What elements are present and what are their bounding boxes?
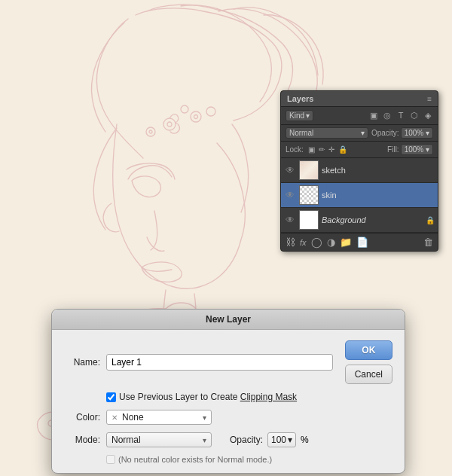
kind-dropdown[interactable]: Kind ▾ [286, 110, 313, 121]
svg-point-1 [167, 122, 172, 127]
neutral-color-label: (No neutral color exists for Normal mode… [118, 455, 272, 464]
mode-label: Mode: [64, 435, 100, 445]
smart-filter-icon[interactable]: ◈ [423, 111, 433, 121]
color-row: Color: ✕ None ▾ [64, 410, 392, 425]
fx-icon[interactable]: fx [300, 238, 307, 247]
color-value: None [122, 412, 144, 423]
color-dropdown-arrow: ▾ [203, 413, 206, 422]
layers-panel-title: Layers [287, 94, 313, 103]
link-layers-icon[interactable]: ⛓ [286, 236, 295, 248]
fill-dropdown[interactable]: 100% ▾ [401, 144, 433, 155]
ok-button[interactable]: OK [345, 340, 392, 360]
svg-point-6 [181, 105, 188, 113]
layer-name-skin: skin [322, 191, 435, 200]
opacity-arrow: ▾ [426, 129, 429, 137]
layer-item-sketch[interactable]: 👁 sketch [281, 158, 438, 183]
color-x-icon: ✕ [111, 413, 118, 422]
dialog-body: Name: OK Cancel Use Previous Layer to Cr… [52, 330, 405, 473]
color-dropdown[interactable]: ✕ None ▾ [106, 410, 212, 425]
filter-icons: ▣ ◎ T ⬡ ◈ [368, 111, 433, 121]
visibility-icon-sketch[interactable]: 👁 [284, 165, 296, 175]
opacity-dialog-section: Opacity: 100 ▾ % [230, 432, 309, 447]
lock-label: Lock: [286, 145, 304, 154]
lock-all-icon[interactable]: 🔒 [338, 145, 347, 154]
clipping-mask-row: Use Previous Layer to Create Clipping Ma… [106, 392, 392, 402]
clipping-mask-checkbox[interactable] [106, 392, 116, 402]
svg-point-5 [149, 130, 152, 133]
lock-pixels-icon[interactable]: ✏ [319, 145, 325, 154]
layer-thumb-background [299, 210, 319, 230]
opacity-dialog-value: 100 [271, 435, 286, 445]
cancel-button[interactable]: Cancel [345, 365, 392, 384]
layers-panel-menu-icon[interactable]: ≡ [427, 95, 432, 103]
svg-point-3 [194, 115, 198, 119]
adjustment-icon[interactable]: ◑ [327, 236, 335, 248]
dialog-buttons: OK Cancel [345, 340, 392, 384]
neutral-color-note: (No neutral color exists for Normal mode… [106, 455, 392, 464]
shape-filter-icon[interactable]: ⬡ [409, 111, 420, 121]
fill-section: Fill: 100% ▾ [387, 144, 433, 155]
checkbox-text-prefix: Use Previous Layer to Create [119, 392, 240, 402]
svg-point-0 [163, 118, 176, 130]
type-filter-icon[interactable]: T [396, 111, 406, 121]
kind-label: Kind [289, 111, 304, 120]
adjustment-filter-icon[interactable]: ◎ [382, 111, 392, 121]
lock-move-icon[interactable]: ✛ [328, 145, 334, 154]
blend-mode-dropdown[interactable]: Normal ▾ [286, 127, 368, 139]
name-row: Name: OK Cancel [64, 340, 392, 384]
lock-icons: ▣ ✏ ✛ 🔒 [308, 145, 347, 154]
opacity-label: Opacity: [371, 129, 399, 137]
layers-bottom-bar: ⛓ fx ◯ ◑ 📁 📄 🗑 [281, 233, 438, 251]
clipping-mask-label: Use Previous Layer to Create Clipping Ma… [119, 392, 297, 402]
name-input[interactable] [106, 354, 333, 371]
mode-dropdown[interactable]: Normal ▾ [106, 432, 212, 447]
layer-item-skin[interactable]: 👁 skin [281, 183, 438, 208]
blend-mode-row: Normal ▾ Opacity: 100% ▾ [281, 125, 438, 142]
new-group-icon[interactable]: 📁 [340, 236, 352, 248]
opacity-value: 100% [405, 129, 424, 137]
layers-toolbar: Kind ▾ ▣ ◎ T ⬡ ◈ [281, 107, 438, 125]
lock-transparent-icon[interactable]: ▣ [308, 145, 315, 154]
opacity-dialog-label: Opacity: [230, 435, 263, 445]
layer-thumb-skin [299, 185, 319, 205]
color-label: Color: [64, 412, 100, 423]
svg-point-4 [146, 127, 155, 136]
opacity-dialog-percent: % [301, 435, 309, 445]
lock-row: Lock: ▣ ✏ ✛ 🔒 Fill: 100% ▾ [281, 142, 438, 158]
new-layer-dialog: New Layer Name: OK Cancel Use Previous L… [51, 309, 405, 474]
visibility-icon-background[interactable]: 👁 [284, 215, 296, 225]
neutral-color-checkbox[interactable] [106, 455, 115, 464]
opacity-section: Opacity: 100% ▾ [371, 127, 433, 139]
layers-panel-header: Layers ≡ [281, 91, 438, 107]
kind-dropdown-arrow: ▾ [306, 111, 310, 120]
delete-layer-icon[interactable]: 🗑 [423, 236, 433, 248]
fill-label: Fill: [387, 145, 399, 154]
svg-point-2 [191, 111, 201, 122]
svg-point-7 [206, 107, 215, 116]
pixel-filter-icon[interactable]: ▣ [368, 111, 379, 121]
opacity-dropdown[interactable]: 100% ▾ [401, 127, 433, 139]
clip-text: Clipping Mask [240, 392, 297, 402]
layer-item-background[interactable]: 👁 Background 🔒 [281, 208, 438, 233]
name-label: Name: [64, 357, 100, 368]
blend-mode-value: Normal [289, 129, 313, 137]
mode-row: Mode: Normal ▾ Opacity: 100 ▾ % [64, 432, 392, 447]
dialog-title: New Layer [206, 314, 251, 325]
mode-dropdown-arrow: ▾ [203, 436, 206, 444]
new-layer-icon[interactable]: 📄 [356, 236, 368, 248]
opacity-dialog-dropdown[interactable]: 100 ▾ [267, 432, 296, 447]
layer-lock-icon: 🔒 [426, 216, 435, 224]
opacity-dialog-arrow: ▾ [288, 435, 292, 445]
layer-name-sketch: sketch [322, 166, 435, 175]
layers-panel: Layers ≡ Kind ▾ ▣ ◎ T ⬡ ◈ Normal ▾ Opaci… [280, 90, 438, 252]
add-mask-icon[interactable]: ◯ [311, 236, 322, 248]
layer-name-background: Background [322, 215, 423, 224]
dialog-title-bar: New Layer [52, 310, 405, 330]
mode-value: Normal [111, 435, 141, 445]
blend-mode-arrow: ▾ [361, 129, 365, 137]
fill-arrow: ▾ [426, 145, 429, 154]
fill-value: 100% [405, 145, 424, 154]
visibility-icon-skin[interactable]: 👁 [284, 190, 296, 200]
layer-thumb-sketch [299, 160, 319, 180]
